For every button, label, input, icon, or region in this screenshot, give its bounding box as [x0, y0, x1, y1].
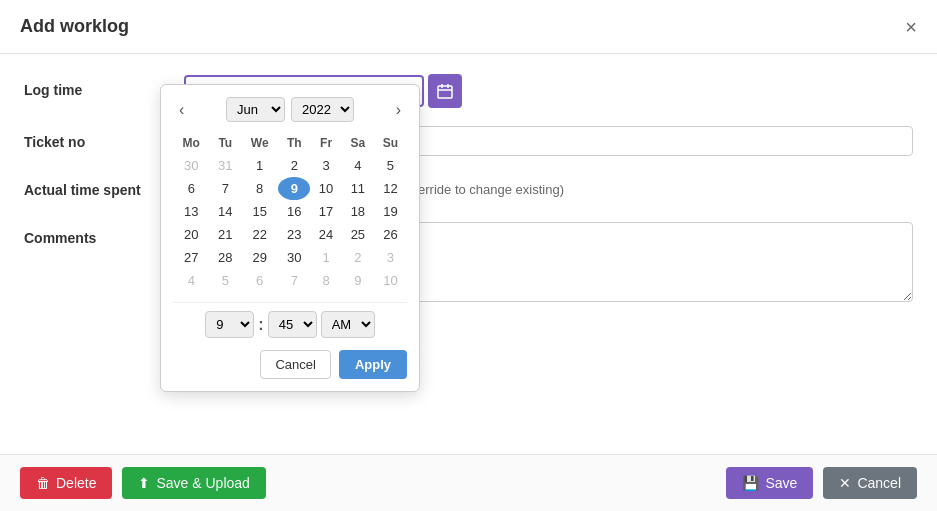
cal-week-3: 13 14 15 16 17 18 19 [173, 200, 407, 223]
cal-day[interactable]: 5 [209, 269, 241, 292]
time-selector-row: 1234 5678 9101112 : 00153045 AMPM [173, 302, 407, 338]
cal-day[interactable]: 17 [310, 200, 342, 223]
cal-day[interactable]: 2 [278, 154, 310, 177]
upload-icon: ⬆ [138, 475, 150, 491]
cal-day[interactable]: 16 [278, 200, 310, 223]
cal-day[interactable]: 19 [374, 200, 407, 223]
ticket-no-row: Ticket no [24, 126, 913, 156]
modal-header: Add worklog × [0, 0, 937, 54]
cal-day[interactable]: 25 [342, 223, 374, 246]
cal-day[interactable]: 9 [342, 269, 374, 292]
cal-day[interactable]: 5 [374, 154, 407, 177]
cal-day[interactable]: 24 [310, 223, 342, 246]
cal-day[interactable]: 31 [209, 154, 241, 177]
save-label: Save [765, 475, 797, 491]
next-month-button[interactable]: › [390, 99, 407, 121]
calendar-nav: ‹ JanFebMarAprMay JunJulAugSepOctNovDec … [173, 97, 407, 122]
footer-cancel-button[interactable]: ✕ Cancel [823, 467, 917, 499]
cal-day[interactable]: 28 [209, 246, 241, 269]
cal-day[interactable]: 8 [241, 177, 278, 200]
calendar-cancel-button[interactable]: Cancel [260, 350, 330, 379]
cal-day[interactable]: 23 [278, 223, 310, 246]
modal-footer: 🗑 Delete ⬆ Save & Upload 💾 Save ✕ Cancel [0, 454, 937, 511]
weekday-sa: Sa [342, 132, 374, 154]
weekday-mo: Mo [173, 132, 209, 154]
cal-day[interactable]: 22 [241, 223, 278, 246]
cal-day[interactable]: 4 [342, 154, 374, 177]
calendar-selects: JanFebMarAprMay JunJulAugSepOctNovDec 20… [226, 97, 354, 122]
calendar-grid: Mo Tu We Th Fr Sa Su 30 [173, 132, 407, 292]
delete-label: Delete [56, 475, 96, 491]
footer-right: 💾 Save ✕ Cancel [726, 467, 917, 499]
weekday-fr: Fr [310, 132, 342, 154]
cal-day[interactable]: 3 [374, 246, 407, 269]
log-time-control: ‹ JanFebMarAprMay JunJulAugSepOctNovDec … [184, 74, 913, 108]
cal-day[interactable]: 10 [374, 269, 407, 292]
calendar-actions: Cancel Apply [173, 350, 407, 379]
cal-day[interactable]: 29 [241, 246, 278, 269]
cal-day[interactable]: 1 [241, 154, 278, 177]
cal-day[interactable]: 15 [241, 200, 278, 223]
cal-day[interactable]: 20 [173, 223, 209, 246]
footer-left: 🗑 Delete ⬆ Save & Upload [20, 467, 266, 499]
actual-time-row: Actual time spent (override to change ex… [24, 174, 913, 204]
weekday-tu: Tu [209, 132, 241, 154]
save-icon: 💾 [742, 475, 759, 491]
year-select[interactable]: 20202021202220232024 [291, 97, 354, 122]
weekday-th: Th [278, 132, 310, 154]
cal-day[interactable]: 8 [310, 269, 342, 292]
cal-day[interactable]: 26 [374, 223, 407, 246]
cal-day[interactable]: 11 [342, 177, 374, 200]
save-button[interactable]: 💾 Save [726, 467, 813, 499]
add-worklog-modal: Add worklog × Log time [0, 0, 937, 511]
cal-day[interactable]: 10 [310, 177, 342, 200]
cal-day[interactable]: 14 [209, 200, 241, 223]
cal-day[interactable]: 12 [374, 177, 407, 200]
log-time-row: Log time [24, 74, 913, 108]
time-colon: : [258, 316, 263, 334]
save-upload-button[interactable]: ⬆ Save & Upload [122, 467, 265, 499]
delete-icon: 🗑 [36, 475, 50, 491]
calendar-icon [437, 83, 453, 99]
calendar-apply-button[interactable]: Apply [339, 350, 407, 379]
prev-month-button[interactable]: ‹ [173, 99, 190, 121]
cal-day[interactable]: 6 [241, 269, 278, 292]
cal-day[interactable]: 7 [209, 177, 241, 200]
close-button[interactable]: × [905, 17, 917, 37]
cal-week-2: 6 7 8 9 10 11 12 [173, 177, 407, 200]
save-upload-label: Save & Upload [156, 475, 249, 491]
cal-day[interactable]: 1 [310, 246, 342, 269]
delete-button[interactable]: 🗑 Delete [20, 467, 112, 499]
modal-body: Log time [0, 54, 937, 454]
cal-day[interactable]: 21 [209, 223, 241, 246]
cal-day[interactable]: 4 [173, 269, 209, 292]
cal-week-6: 4 5 6 7 8 9 10 [173, 269, 407, 292]
month-select[interactable]: JanFebMarAprMay JunJulAugSepOctNovDec [226, 97, 285, 122]
cal-week-1: 30 31 1 2 3 4 5 [173, 154, 407, 177]
cal-day[interactable]: 27 [173, 246, 209, 269]
cal-day[interactable]: 13 [173, 200, 209, 223]
override-hint: (override to change existing) [400, 182, 564, 197]
cal-week-5: 27 28 29 30 1 2 3 [173, 246, 407, 269]
weekday-su: Su [374, 132, 407, 154]
cal-day[interactable]: 7 [278, 269, 310, 292]
cal-day[interactable]: 30 [278, 246, 310, 269]
cancel-label: Cancel [857, 475, 901, 491]
cal-day[interactable]: 2 [342, 246, 374, 269]
cal-day[interactable]: 18 [342, 200, 374, 223]
cancel-icon: ✕ [839, 475, 851, 491]
minute-select[interactable]: 00153045 [268, 311, 317, 338]
calendar-toggle-button[interactable] [428, 74, 462, 108]
cal-day[interactable]: 6 [173, 177, 209, 200]
cal-day[interactable]: 30 [173, 154, 209, 177]
svg-rect-0 [438, 86, 452, 98]
hour-select[interactable]: 1234 5678 9101112 [205, 311, 254, 338]
cal-week-4: 20 21 22 23 24 25 26 [173, 223, 407, 246]
cal-day-selected[interactable]: 9 [278, 177, 310, 200]
calendar-popup: ‹ JanFebMarAprMay JunJulAugSepOctNovDec … [160, 84, 420, 392]
weekday-we: We [241, 132, 278, 154]
modal-title: Add worklog [20, 16, 129, 37]
comments-row: Comments [24, 222, 913, 305]
cal-day[interactable]: 3 [310, 154, 342, 177]
period-select[interactable]: AMPM [321, 311, 375, 338]
